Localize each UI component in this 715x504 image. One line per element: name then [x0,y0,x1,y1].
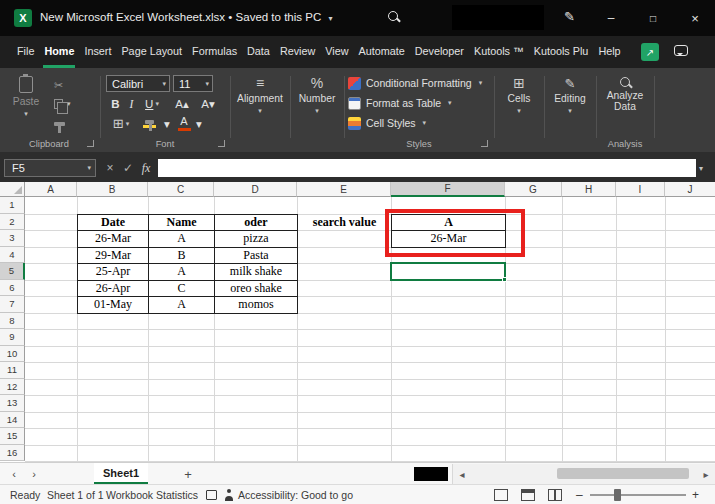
italic-button[interactable]: I [125,95,138,112]
cell-styles-button[interactable]: Cell Styles▾ [348,113,492,133]
scroll-thumb[interactable] [557,468,689,479]
cell-B5[interactable]: 25-Apr [77,263,149,281]
row-header-6[interactable]: 6 [0,280,25,297]
page-break-view-button[interactable] [548,489,562,501]
row-header-10[interactable]: 10 [0,346,25,363]
row-header-5[interactable]: 5 [0,263,25,280]
col-header-C[interactable]: C [148,182,214,197]
tab-developer[interactable]: Developer [410,36,469,68]
decrease-font-button[interactable]: A▾ [196,95,220,112]
format-as-table-button[interactable]: Format as Table▾ [348,93,492,113]
normal-view-button[interactable] [494,489,508,501]
tab-automate[interactable]: Automate [354,36,410,68]
col-header-G[interactable]: G [505,182,562,197]
cell-B4[interactable]: 29-Mar [77,247,149,265]
tab-kutools[interactable]: Kutools ™ [469,36,529,68]
tab-page-layout[interactable]: Page Layout [116,36,187,68]
row-header-2[interactable]: 2 [0,214,25,231]
bold-button[interactable]: B [108,95,123,112]
formula-bar-expand-icon[interactable]: ▾ [699,159,703,177]
cell-D4[interactable]: Pasta [214,247,298,265]
cell-B6[interactable]: 26-Apr [77,280,149,298]
underline-button[interactable]: U▾ [140,95,164,112]
row-header-9[interactable]: 9 [0,329,25,346]
col-header-A[interactable]: A [25,182,77,197]
number-button[interactable]: % Number ▾ [294,77,340,133]
alignment-button[interactable]: ≡ Alignment ▾ [234,77,286,133]
insert-function-button[interactable]: fx [138,159,154,177]
fill-color-button[interactable] [140,114,158,133]
close-button[interactable]: × [680,0,710,36]
col-header-J[interactable]: J [665,182,715,197]
font-dialog-launcher[interactable] [218,140,225,147]
clipboard-dialog-launcher[interactable] [87,140,94,147]
cell-D7[interactable]: momos [214,296,298,314]
font-color-chevron[interactable]: ▾ [194,115,204,132]
horizontal-scrollbar[interactable]: ◂ ▸ [452,464,715,484]
tab-data[interactable]: Data [242,36,275,68]
fill-color-chevron[interactable]: ▾ [162,115,172,132]
cell-C2[interactable]: Name [148,214,215,232]
increase-font-button[interactable]: A▴ [170,95,194,112]
tab-insert[interactable]: Insert [79,36,116,68]
zoom-slider-thumb[interactable] [614,489,621,501]
cell-C7[interactable]: A [148,296,215,314]
sheet-nav-left-icon[interactable]: ‹ [6,466,22,482]
styles-dialog-launcher[interactable] [481,140,488,147]
cell-B3[interactable]: 26-Mar [77,230,149,248]
zoom-out-button[interactable]: – [576,488,583,502]
cell-C5[interactable]: A [148,263,215,281]
pen-icon[interactable]: ✎ [564,9,575,24]
row-header-8[interactable]: 8 [0,313,25,330]
row-header-15[interactable]: 15 [0,428,25,445]
share-button[interactable]: ↗ [641,43,659,61]
row-header-7[interactable]: 7 [0,296,25,313]
cut-button[interactable]: ✂ [54,77,63,93]
cell-B2[interactable]: Date [77,214,149,232]
row-header-16[interactable]: 16 [0,445,25,462]
saved-status[interactable]: Saved to this PC [236,11,322,23]
sheet-tab-sheet1[interactable]: Sheet1 [94,463,148,484]
comments-button[interactable] [674,45,688,56]
format-painter-button[interactable] [54,116,65,132]
saved-chevron-icon[interactable]: ▾ [328,14,332,23]
cell-D2[interactable]: oder [214,214,298,232]
row-header-13[interactable]: 13 [0,395,25,412]
cell-C4[interactable]: B [148,247,215,265]
cell-C6[interactable]: C [148,280,215,298]
enter-button[interactable]: ✓ [120,159,136,177]
cells-button[interactable]: ⊞ Cells ▾ [498,77,540,133]
fill-handle[interactable] [502,277,507,282]
minimize-button[interactable]: – [596,0,626,36]
font-name-combo[interactable]: Calibri▾ [106,75,170,92]
add-sheet-button[interactable]: + [180,466,196,482]
search-icon[interactable] [388,11,404,27]
paste-button[interactable]: Paste ▾ [6,76,46,134]
cell-E2[interactable]: search value [297,214,392,232]
zoom-slider-track[interactable] [590,494,686,496]
row-header-11[interactable]: 11 [0,362,25,379]
copy-button[interactable]: ▾ [54,96,71,112]
cell-C3[interactable]: A [148,230,215,248]
col-header-F[interactable]: F [391,182,505,197]
col-header-H[interactable]: H [562,182,616,197]
cell-D3[interactable]: pizza [214,230,298,248]
row-header-4[interactable]: 4 [0,247,25,264]
tab-review[interactable]: Review [275,36,320,68]
zoom-in-button[interactable]: + [692,488,699,502]
cell-B7[interactable]: 01-May [77,296,149,314]
tab-help[interactable]: Help [593,36,625,68]
scroll-right-icon[interactable]: ▸ [699,466,713,482]
font-color-button[interactable]: A [176,114,192,133]
status-icon[interactable] [206,490,217,500]
tab-file[interactable]: File [12,36,39,68]
tab-kutools-plu[interactable]: Kutools Plu [529,36,594,68]
cell-D6[interactable]: oreo shake [214,280,298,298]
row-header-1[interactable]: 1 [0,197,25,214]
col-header-D[interactable]: D [214,182,297,197]
tab-home[interactable]: Home [39,36,79,68]
conditional-formatting-button[interactable]: Conditional Formatting▾ [348,73,492,93]
accessibility-status[interactable]: Accessibility: Good to go [238,489,353,501]
row-header-12[interactable]: 12 [0,379,25,396]
borders-button[interactable]: ⊞▾ [108,115,134,132]
